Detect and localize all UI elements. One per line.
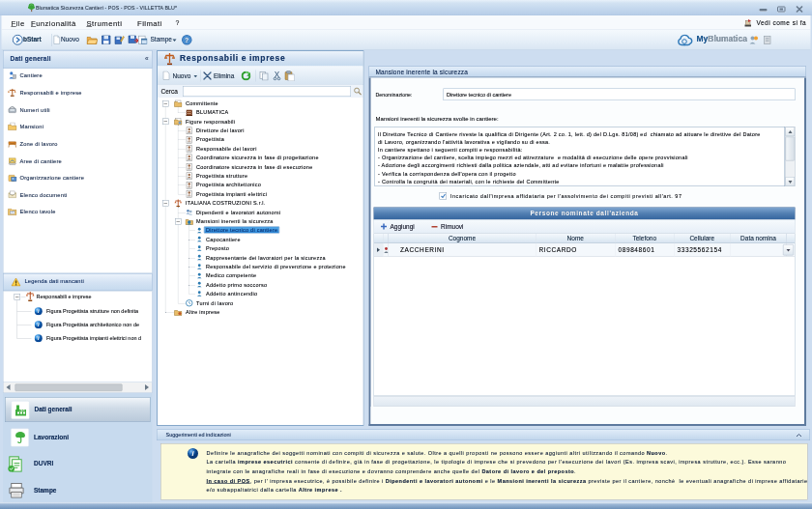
svg-text:?: ? [185,37,188,43]
